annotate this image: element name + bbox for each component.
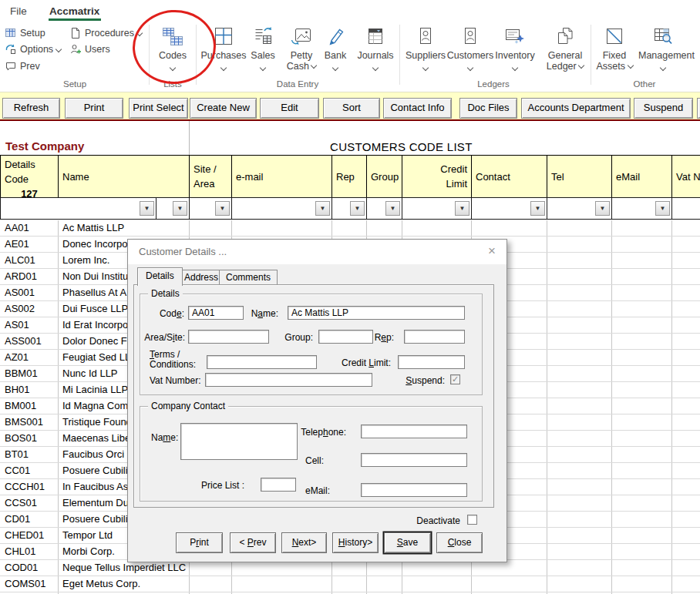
dialog-tab-details[interactable]: Details bbox=[137, 267, 183, 286]
price-list-field[interactable] bbox=[261, 478, 296, 492]
ribbon-button-label: General bbox=[540, 50, 590, 61]
column-header-contact: Contact bbox=[471, 155, 547, 198]
cell-field[interactable] bbox=[361, 453, 467, 467]
group-field[interactable] bbox=[318, 330, 373, 344]
save-button[interactable]: Save bbox=[384, 532, 431, 553]
cell-code: ALC01 bbox=[5, 253, 35, 268]
filter-dropdown-button[interactable]: ▼ bbox=[173, 201, 187, 216]
area-site-field[interactable] bbox=[188, 330, 269, 344]
ribbon-button-customers[interactable]: Customers bbox=[446, 24, 495, 82]
deactivate-checkbox[interactable] bbox=[467, 515, 477, 525]
cell-code: AZ01 bbox=[5, 350, 29, 365]
ribbon-button-inventory[interactable]: Inventory bbox=[490, 24, 540, 82]
doc-files-button[interactable]: Doc Files bbox=[459, 98, 517, 119]
ribbon-button-users[interactable]: Users bbox=[69, 42, 110, 56]
filter-cell: ▼ bbox=[0, 197, 156, 220]
history--button[interactable]: History> bbox=[332, 532, 379, 553]
ribbon-button-options[interactable]: Options bbox=[5, 42, 61, 56]
suspend-button[interactable]: Suspend bbox=[634, 98, 693, 119]
print-button[interactable]: Print bbox=[176, 532, 223, 553]
dialog-titlebar[interactable]: Customer Details ... × bbox=[128, 240, 506, 264]
ribbon-button-management[interactable]: Management bbox=[638, 24, 688, 82]
name-field[interactable] bbox=[288, 306, 465, 320]
suspend-checkbox[interactable]: ✓ bbox=[450, 374, 460, 384]
deactivate-label: Deactivate bbox=[416, 515, 460, 526]
terms-field[interactable] bbox=[207, 355, 317, 369]
filter-dropdown-button[interactable]: ▼ bbox=[595, 201, 610, 216]
ribbon-button-setup[interactable]: Setup bbox=[5, 25, 45, 40]
close-button[interactable]: Close bbox=[436, 532, 483, 553]
filter-dropdown-button[interactable]: ▼ bbox=[350, 201, 365, 216]
dialog-tab-comments[interactable]: Comments bbox=[219, 270, 278, 285]
cell-name: Phasellus At A bbox=[62, 285, 126, 300]
cell-code: BBM01 bbox=[5, 366, 38, 381]
ribbon-group-label-other: Other bbox=[634, 79, 656, 89]
chevron-down-icon bbox=[422, 65, 429, 71]
print-select-button[interactable]: Print Select bbox=[129, 98, 188, 119]
terms-label-line2: Conditions: bbox=[150, 359, 196, 370]
email-field[interactable] bbox=[361, 483, 467, 497]
cell-code: BH01 bbox=[5, 382, 30, 398]
tab-file[interactable]: File bbox=[10, 4, 27, 19]
rep-field[interactable] bbox=[404, 330, 465, 344]
dialog-tab-address[interactable]: Address bbox=[177, 270, 225, 285]
telephone-field[interactable] bbox=[361, 425, 467, 438]
cell-code: AS002 bbox=[5, 301, 35, 317]
journals-icon bbox=[351, 24, 400, 50]
ribbon-button-label: Setup bbox=[20, 28, 45, 39]
-prev-button[interactable]: < Prev bbox=[230, 532, 276, 553]
create-new-button[interactable]: Create New bbox=[190, 98, 257, 119]
table-row[interactable]: COD01Neque Tellus Imperdiet LLC bbox=[0, 560, 700, 576]
ribbon-button-codes[interactable]: Codes bbox=[148, 24, 197, 82]
edit-button[interactable]: Edit bbox=[260, 98, 319, 119]
ribbon-button-label: Suppliers bbox=[401, 50, 450, 61]
vat-number-field[interactable] bbox=[205, 373, 372, 387]
ribbon-group-label-ledgers: Ledgers bbox=[477, 79, 510, 89]
filter-dropdown-button[interactable]: ▼ bbox=[140, 201, 154, 216]
ribbon-button-label: Inventory bbox=[490, 50, 540, 61]
print-button[interactable]: Print bbox=[65, 98, 123, 119]
ribbon-button-journals[interactable]: Journals bbox=[351, 24, 400, 82]
cell-name: Nunc Id LLP bbox=[62, 366, 118, 381]
ribbon-button-label: Users bbox=[85, 44, 110, 55]
filter-dropdown-button[interactable]: ▼ bbox=[385, 201, 400, 216]
filter-dropdown-button[interactable]: ▼ bbox=[215, 201, 230, 216]
partial-button[interactable] bbox=[697, 98, 700, 119]
column-header-rep: Rep bbox=[331, 155, 367, 198]
filter-dropdown-button[interactable]: ▼ bbox=[530, 201, 545, 216]
inventory-icon bbox=[490, 24, 540, 50]
accounts-department-button[interactable]: Accounts Department bbox=[521, 98, 631, 119]
sheet-toolbar: RefreshPrintPrint SelectCreate NewEditSo… bbox=[0, 92, 700, 122]
filter-dropdown-button[interactable]: ▼ bbox=[455, 201, 469, 216]
column-header-credit-limit: CreditLimit bbox=[402, 155, 472, 198]
contact-info-button[interactable]: Contact Info bbox=[383, 98, 452, 119]
code-label: Code: bbox=[160, 308, 184, 319]
filter-dropdown-button[interactable]: ▼ bbox=[315, 201, 330, 216]
table-row[interactable]: COMS01Eget Metus Corp. bbox=[0, 576, 700, 592]
filter-dropdown-button[interactable]: ▼ bbox=[655, 201, 670, 216]
contact-name-field[interactable] bbox=[180, 423, 298, 460]
cell-code: CCS01 bbox=[5, 495, 37, 511]
tab-accmatrix[interactable]: Accmatrix bbox=[49, 4, 99, 19]
cell-label: Cell: bbox=[305, 455, 324, 466]
column-header-group: Group bbox=[366, 155, 402, 198]
ribbon-button-fixed-assets[interactable]: FixedAssets bbox=[590, 24, 639, 82]
refresh-button[interactable]: Refresh bbox=[2, 98, 60, 119]
chevron-down-icon bbox=[627, 62, 633, 69]
table-row[interactable]: AA01Ac Mattis LLP bbox=[0, 220, 700, 237]
procedures-icon bbox=[69, 27, 82, 39]
ribbon-button-general-ledger[interactable]: GeneralLedger bbox=[540, 24, 590, 82]
ribbon-button-label: Assets bbox=[590, 61, 639, 72]
ribbon-button-prev[interactable]: Prev bbox=[5, 59, 40, 73]
code-field[interactable] bbox=[188, 306, 244, 320]
chevron-down-icon bbox=[220, 65, 227, 71]
cell-code: CC01 bbox=[5, 463, 30, 478]
ribbon-button-suppliers[interactable]: Suppliers bbox=[401, 24, 450, 82]
close-icon[interactable]: × bbox=[484, 243, 500, 259]
sort-button[interactable]: Sort bbox=[323, 98, 380, 119]
ribbon-button-label: Codes bbox=[148, 50, 197, 61]
credit-limit-field[interactable] bbox=[398, 355, 465, 369]
ribbon-group-label-lists: Lists bbox=[163, 79, 182, 89]
next--button[interactable]: Next> bbox=[281, 532, 327, 553]
ribbon-button-procedures[interactable]: Procedures bbox=[69, 25, 142, 40]
